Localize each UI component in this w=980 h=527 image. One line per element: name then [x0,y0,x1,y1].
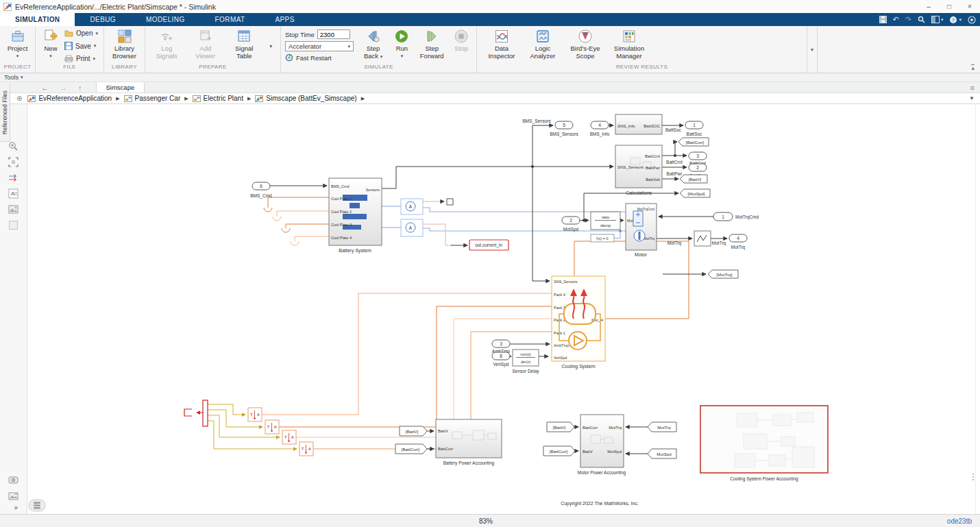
fast-restart-toggle[interactable]: Fast Restart [285,53,355,62]
tab-format[interactable]: FORMAT [200,13,260,26]
tools-menu[interactable]: Tools [4,74,19,81]
connection-label-tag[interactable] [184,409,192,416]
close-button[interactable]: × [959,0,980,13]
save-dropdown-icon[interactable]: ▾ [94,43,97,49]
battery-power-accounting-block[interactable]: BattV BattCurr Battery Power Accounting [436,419,502,466]
referenced-files-tab[interactable]: Referenced Files [0,83,10,142]
solver-name[interactable]: ode23tb [513,517,980,525]
help-icon[interactable]: ?▾ [949,16,961,24]
image-icon[interactable] [8,204,19,215]
simulation-mode-select[interactable]: Accelerator▾ [285,41,354,51]
project-button[interactable]: Project ▾ [3,28,32,60]
sensor-delay-block[interactable]: num(z) den(z) Sensor Delay [512,350,539,374]
tab-simulation[interactable]: SIMULATION [0,13,75,26]
from-battv-tag[interactable]: [BattV] [400,426,427,436]
open-button[interactable]: Open▾ [64,29,98,37]
review-gallery-dropdown[interactable]: ▾ [807,26,818,73]
log-signals-button[interactable]: Log Signals [149,28,184,60]
canvas-scrollbar[interactable] [972,104,975,514]
from-battcurr-tag[interactable]: [BattCurr] [395,444,427,454]
cooling-power-accounting-block[interactable]: Cooling System Power Accounting [700,406,828,482]
signal-table-button[interactable]: Signal Table [227,28,261,60]
layout-dropdown-icon[interactable]: ▾ [941,17,944,23]
viewmark-icon[interactable] [8,219,19,231]
breadcrumb-dropdown-icon[interactable]: ▼ [969,95,975,101]
current-sensor-block[interactable]: A [401,199,423,215]
logic-analyzer-button[interactable]: Logic Analyzer [525,28,561,60]
calculations-block[interactable]: SNS_Sensors BattCrnt BattPwr BattVolt Ca… [615,145,662,195]
capture-icon[interactable] [8,490,19,502]
model-browser-icon[interactable] [8,474,19,486]
inport-motspd[interactable]: 2 MotSpd [562,217,580,232]
outport-mottrq[interactable]: 4 MotTrq [729,234,747,250]
goto-motspd-tag[interactable]: [MotSpd] [680,189,710,197]
undo-icon[interactable]: ↶ [893,15,899,24]
data-inspector-button[interactable]: Data Inspector [484,28,519,60]
print-button[interactable]: Print▾ [64,55,98,62]
annotation-icon[interactable]: A [8,188,19,199]
fit-to-view-icon[interactable] [8,156,19,168]
tab-debug[interactable]: DEBUG [75,13,131,26]
motor-block[interactable]: MotTrqCmd MotSpd MotTrq Motor [626,204,657,257]
model-canvas[interactable]: BMS_Cmd Cool Plate 1 Cool Plate 2 Cool P… [27,104,980,514]
nav-back-icon[interactable]: ← [41,84,49,92]
current-sensor-block[interactable]: A [401,219,423,236]
temperature-sensor-block[interactable]: T A [248,408,262,421]
outport-battsoc[interactable]: 1 BattSoc [685,121,703,136]
motor-power-accounting-block[interactable]: BattCurr BattV MotTrq MotSpd Motor Power… [578,415,626,476]
add-viewer-button[interactable]: Add Viewer [188,28,223,60]
account-icon[interactable] [968,16,976,24]
tools-dropdown-icon[interactable]: ▾ [21,75,23,80]
inport-bms-cmd[interactable]: 6 BMS_Cmd [250,182,272,199]
print-dropdown-icon[interactable]: ▾ [93,56,96,62]
tab-apps[interactable]: APPS [260,13,309,26]
breadcrumb-item-simscape[interactable]: Simscape (BattEv_Simscape) [255,95,356,102]
birds-eye-scope-button[interactable]: Bird's-Eye Scope [566,28,604,60]
step-forward-button[interactable]: Step Forward [416,28,448,60]
bus-selector[interactable] [203,400,208,426]
to-workspace-block[interactable]: out.current_in [469,240,509,250]
project-dropdown-icon[interactable]: ▾ [16,53,19,60]
from-motspd-tag[interactable]: MotSpd [648,449,676,458]
prepare-gallery-dropdown[interactable]: ▾ [266,28,276,64]
referenced-files-expand-icon[interactable]: ⊕ [16,95,22,102]
outport-bms-sensors[interactable]: 5 BMS_Sensors [550,121,578,137]
breadcrumb-item-root[interactable]: EvReferenceApplication [27,95,112,102]
goto-mottrq-tag[interactable]: [MotTrq] [708,270,738,278]
step-back-dropdown-icon[interactable]: ▾ [380,54,383,59]
inport-mottrqcmd[interactable]: 1 MotTrqCmd [713,212,759,221]
model-data-access-button[interactable] [29,500,45,511]
nav-forward-icon[interactable]: → [60,84,67,92]
goto-battcurr-tag[interactable]: [BattCurr] [678,138,709,146]
bms-info-subsystem-block[interactable]: SNS_Info BattSOC [615,114,662,134]
temperature-sensor-block[interactable]: T A [265,420,279,434]
minimize-button[interactable]: – [918,0,939,13]
help-dropdown-icon[interactable]: ▾ [959,17,961,23]
stop-button[interactable]: Stop [449,28,474,53]
more-tools-icon[interactable]: » [14,504,18,511]
from-mottrq-tag[interactable]: MotTrq [648,422,676,432]
library-browser-button[interactable]: Library Browser [108,28,142,60]
search-icon[interactable] [918,16,925,23]
open-dropdown-icon[interactable]: ▾ [95,31,98,36]
step-back-button[interactable]: Step Back ▾ [359,28,388,60]
redo-icon[interactable]: ↷ [905,15,911,24]
temperature-sensor-block[interactable]: T A [299,442,313,456]
nav-up-icon[interactable]: ↑ [78,84,82,92]
simulation-manager-button[interactable]: Simulation Manager [610,28,648,60]
signal-routing-icon[interactable] [8,172,19,184]
run-dropdown-icon[interactable]: ▾ [401,53,404,60]
from-battcurr-tag[interactable]: [BattCurr] [543,446,575,456]
goto-battv-tag[interactable]: [BattV] [680,175,707,183]
quick-save-icon[interactable] [879,16,887,23]
solver-config-block[interactable]: f(x) = 0 [591,234,614,242]
breadcrumb-item-electric-plant[interactable]: Electric Plant [193,95,243,102]
from-battv-tag[interactable]: [BattV] [547,422,574,432]
save-button[interactable]: Save▾ [64,42,98,50]
collapse-ribbon-icon[interactable]: ▴ [971,64,975,71]
tab-list-icon[interactable]: ≡ [970,84,975,92]
inport-vehspd[interactable]: 8 VehSpd [492,352,510,367]
run-button[interactable]: Run ▾ [389,28,415,60]
cooling-system-block[interactable]: SNS_Sensors Pack 4 Pack 3 Pack 2 Pack 1 … [552,276,605,369]
new-dropdown-icon[interactable]: ▾ [49,53,52,60]
